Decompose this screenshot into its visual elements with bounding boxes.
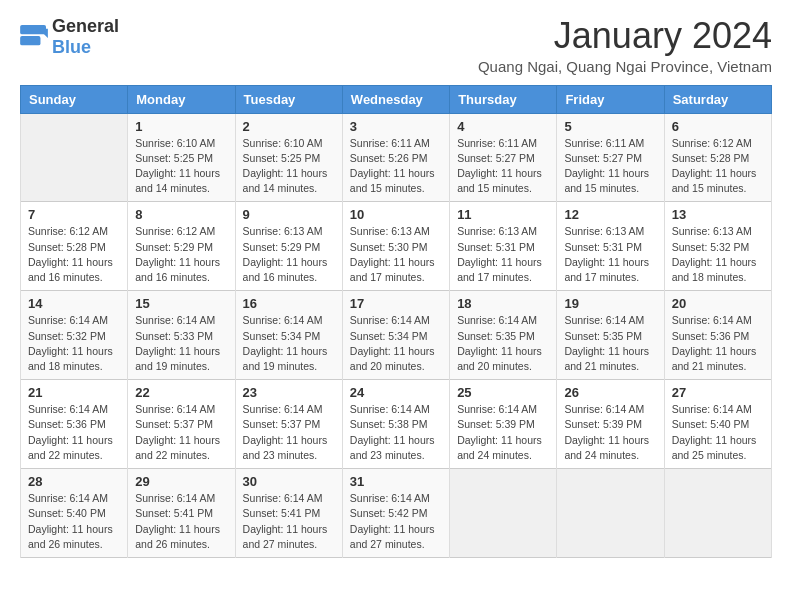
calendar-cell: 5Sunrise: 6:11 AMSunset: 5:27 PMDaylight… bbox=[557, 113, 664, 202]
calendar-cell: 9Sunrise: 6:13 AMSunset: 5:29 PMDaylight… bbox=[235, 202, 342, 291]
calendar-cell: 29Sunrise: 6:14 AMSunset: 5:41 PMDayligh… bbox=[128, 469, 235, 558]
week-row-5: 28Sunrise: 6:14 AMSunset: 5:40 PMDayligh… bbox=[21, 469, 772, 558]
calendar-cell bbox=[664, 469, 771, 558]
calendar-cell: 21Sunrise: 6:14 AMSunset: 5:36 PMDayligh… bbox=[21, 380, 128, 469]
week-row-2: 7Sunrise: 6:12 AMSunset: 5:28 PMDaylight… bbox=[21, 202, 772, 291]
day-number: 19 bbox=[564, 296, 656, 311]
logo-general: General bbox=[52, 16, 119, 36]
day-detail: Sunrise: 6:14 AMSunset: 5:41 PMDaylight:… bbox=[243, 491, 335, 552]
day-number: 27 bbox=[672, 385, 764, 400]
calendar-cell: 15Sunrise: 6:14 AMSunset: 5:33 PMDayligh… bbox=[128, 291, 235, 380]
calendar-cell: 18Sunrise: 6:14 AMSunset: 5:35 PMDayligh… bbox=[450, 291, 557, 380]
calendar-cell: 8Sunrise: 6:12 AMSunset: 5:29 PMDaylight… bbox=[128, 202, 235, 291]
calendar-cell: 30Sunrise: 6:14 AMSunset: 5:41 PMDayligh… bbox=[235, 469, 342, 558]
calendar-cell: 24Sunrise: 6:14 AMSunset: 5:38 PMDayligh… bbox=[342, 380, 449, 469]
day-detail: Sunrise: 6:13 AMSunset: 5:31 PMDaylight:… bbox=[457, 224, 549, 285]
day-number: 23 bbox=[243, 385, 335, 400]
day-number: 30 bbox=[243, 474, 335, 489]
calendar-cell: 6Sunrise: 6:12 AMSunset: 5:28 PMDaylight… bbox=[664, 113, 771, 202]
day-number: 9 bbox=[243, 207, 335, 222]
day-detail: Sunrise: 6:12 AMSunset: 5:28 PMDaylight:… bbox=[672, 136, 764, 197]
calendar-cell: 7Sunrise: 6:12 AMSunset: 5:28 PMDaylight… bbox=[21, 202, 128, 291]
day-detail: Sunrise: 6:14 AMSunset: 5:35 PMDaylight:… bbox=[457, 313, 549, 374]
day-detail: Sunrise: 6:13 AMSunset: 5:32 PMDaylight:… bbox=[672, 224, 764, 285]
day-detail: Sunrise: 6:14 AMSunset: 5:37 PMDaylight:… bbox=[243, 402, 335, 463]
day-detail: Sunrise: 6:11 AMSunset: 5:27 PMDaylight:… bbox=[564, 136, 656, 197]
day-detail: Sunrise: 6:11 AMSunset: 5:27 PMDaylight:… bbox=[457, 136, 549, 197]
day-number: 21 bbox=[28, 385, 120, 400]
calendar-cell: 3Sunrise: 6:11 AMSunset: 5:26 PMDaylight… bbox=[342, 113, 449, 202]
title-section: January 2024 Quang Ngai, Quang Ngai Prov… bbox=[478, 16, 772, 75]
day-number: 31 bbox=[350, 474, 442, 489]
day-detail: Sunrise: 6:14 AMSunset: 5:33 PMDaylight:… bbox=[135, 313, 227, 374]
calendar-cell: 10Sunrise: 6:13 AMSunset: 5:30 PMDayligh… bbox=[342, 202, 449, 291]
calendar-table: SundayMondayTuesdayWednesdayThursdayFrid… bbox=[20, 85, 772, 558]
day-detail: Sunrise: 6:14 AMSunset: 5:38 PMDaylight:… bbox=[350, 402, 442, 463]
day-header-thursday: Thursday bbox=[450, 85, 557, 113]
calendar-cell: 31Sunrise: 6:14 AMSunset: 5:42 PMDayligh… bbox=[342, 469, 449, 558]
day-number: 5 bbox=[564, 119, 656, 134]
day-number: 13 bbox=[672, 207, 764, 222]
day-number: 17 bbox=[350, 296, 442, 311]
calendar-cell: 25Sunrise: 6:14 AMSunset: 5:39 PMDayligh… bbox=[450, 380, 557, 469]
day-detail: Sunrise: 6:14 AMSunset: 5:42 PMDaylight:… bbox=[350, 491, 442, 552]
page-header: General Blue January 2024 Quang Ngai, Qu… bbox=[20, 16, 772, 75]
day-detail: Sunrise: 6:14 AMSunset: 5:39 PMDaylight:… bbox=[564, 402, 656, 463]
calendar-cell: 27Sunrise: 6:14 AMSunset: 5:40 PMDayligh… bbox=[664, 380, 771, 469]
week-row-4: 21Sunrise: 6:14 AMSunset: 5:36 PMDayligh… bbox=[21, 380, 772, 469]
day-number: 6 bbox=[672, 119, 764, 134]
week-row-3: 14Sunrise: 6:14 AMSunset: 5:32 PMDayligh… bbox=[21, 291, 772, 380]
day-detail: Sunrise: 6:14 AMSunset: 5:40 PMDaylight:… bbox=[672, 402, 764, 463]
days-header-row: SundayMondayTuesdayWednesdayThursdayFrid… bbox=[21, 85, 772, 113]
day-header-friday: Friday bbox=[557, 85, 664, 113]
calendar-cell: 28Sunrise: 6:14 AMSunset: 5:40 PMDayligh… bbox=[21, 469, 128, 558]
day-detail: Sunrise: 6:13 AMSunset: 5:31 PMDaylight:… bbox=[564, 224, 656, 285]
day-detail: Sunrise: 6:14 AMSunset: 5:39 PMDaylight:… bbox=[457, 402, 549, 463]
day-number: 22 bbox=[135, 385, 227, 400]
day-detail: Sunrise: 6:14 AMSunset: 5:37 PMDaylight:… bbox=[135, 402, 227, 463]
logo: General Blue bbox=[20, 16, 119, 58]
day-detail: Sunrise: 6:10 AMSunset: 5:25 PMDaylight:… bbox=[243, 136, 335, 197]
day-number: 28 bbox=[28, 474, 120, 489]
location-title: Quang Ngai, Quang Ngai Province, Vietnam bbox=[478, 58, 772, 75]
day-number: 26 bbox=[564, 385, 656, 400]
day-header-monday: Monday bbox=[128, 85, 235, 113]
calendar-cell: 26Sunrise: 6:14 AMSunset: 5:39 PMDayligh… bbox=[557, 380, 664, 469]
day-detail: Sunrise: 6:14 AMSunset: 5:35 PMDaylight:… bbox=[564, 313, 656, 374]
day-number: 15 bbox=[135, 296, 227, 311]
day-number: 2 bbox=[243, 119, 335, 134]
day-detail: Sunrise: 6:14 AMSunset: 5:41 PMDaylight:… bbox=[135, 491, 227, 552]
day-header-saturday: Saturday bbox=[664, 85, 771, 113]
day-number: 4 bbox=[457, 119, 549, 134]
day-detail: Sunrise: 6:14 AMSunset: 5:34 PMDaylight:… bbox=[350, 313, 442, 374]
day-detail: Sunrise: 6:10 AMSunset: 5:25 PMDaylight:… bbox=[135, 136, 227, 197]
day-header-tuesday: Tuesday bbox=[235, 85, 342, 113]
calendar-cell: 4Sunrise: 6:11 AMSunset: 5:27 PMDaylight… bbox=[450, 113, 557, 202]
day-detail: Sunrise: 6:14 AMSunset: 5:34 PMDaylight:… bbox=[243, 313, 335, 374]
day-number: 29 bbox=[135, 474, 227, 489]
logo-icon bbox=[20, 25, 48, 49]
day-number: 18 bbox=[457, 296, 549, 311]
day-header-wednesday: Wednesday bbox=[342, 85, 449, 113]
week-row-1: 1Sunrise: 6:10 AMSunset: 5:25 PMDaylight… bbox=[21, 113, 772, 202]
day-number: 11 bbox=[457, 207, 549, 222]
day-detail: Sunrise: 6:13 AMSunset: 5:30 PMDaylight:… bbox=[350, 224, 442, 285]
day-detail: Sunrise: 6:12 AMSunset: 5:29 PMDaylight:… bbox=[135, 224, 227, 285]
day-detail: Sunrise: 6:14 AMSunset: 5:36 PMDaylight:… bbox=[28, 402, 120, 463]
day-detail: Sunrise: 6:14 AMSunset: 5:36 PMDaylight:… bbox=[672, 313, 764, 374]
day-number: 14 bbox=[28, 296, 120, 311]
calendar-cell: 12Sunrise: 6:13 AMSunset: 5:31 PMDayligh… bbox=[557, 202, 664, 291]
day-header-sunday: Sunday bbox=[21, 85, 128, 113]
day-detail: Sunrise: 6:12 AMSunset: 5:28 PMDaylight:… bbox=[28, 224, 120, 285]
calendar-cell: 23Sunrise: 6:14 AMSunset: 5:37 PMDayligh… bbox=[235, 380, 342, 469]
calendar-cell bbox=[21, 113, 128, 202]
calendar-cell: 20Sunrise: 6:14 AMSunset: 5:36 PMDayligh… bbox=[664, 291, 771, 380]
calendar-cell: 16Sunrise: 6:14 AMSunset: 5:34 PMDayligh… bbox=[235, 291, 342, 380]
svg-rect-2 bbox=[20, 36, 40, 45]
day-number: 24 bbox=[350, 385, 442, 400]
calendar-cell: 14Sunrise: 6:14 AMSunset: 5:32 PMDayligh… bbox=[21, 291, 128, 380]
day-number: 3 bbox=[350, 119, 442, 134]
calendar-cell: 1Sunrise: 6:10 AMSunset: 5:25 PMDaylight… bbox=[128, 113, 235, 202]
day-number: 25 bbox=[457, 385, 549, 400]
day-number: 1 bbox=[135, 119, 227, 134]
